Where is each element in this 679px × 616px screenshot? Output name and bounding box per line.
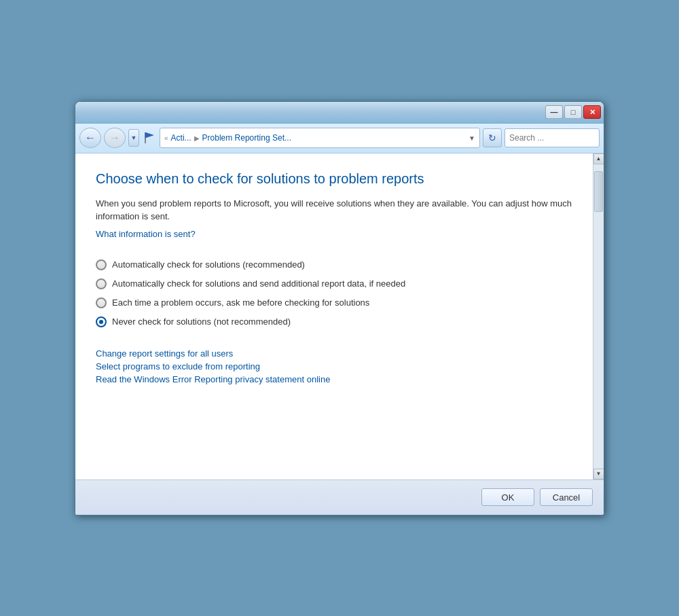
- main-window: — □ ✕ ← → ▼ « Acti... ▶ Problem Reportin…: [75, 101, 604, 515]
- change-report-settings-link[interactable]: Change report settings for all users: [96, 348, 572, 359]
- main-panel: Choose when to check for solutions to pr…: [75, 153, 593, 479]
- breadcrumb-open-sep: «: [164, 134, 168, 142]
- close-button[interactable]: ✕: [583, 105, 601, 119]
- scrollbar-up-arrow[interactable]: ▲: [593, 153, 604, 164]
- radio-button-never[interactable]: [96, 316, 107, 327]
- nav-dropdown-button[interactable]: ▼: [128, 129, 139, 147]
- title-bar: — □ ✕: [75, 102, 604, 124]
- breadcrumb: « Acti... ▶ Problem Reporting Set... ▼: [160, 128, 480, 148]
- svg-marker-1: [145, 132, 153, 138]
- page-title: Choose when to check for solutions to pr…: [96, 170, 572, 187]
- radio-label-never: Never check for solutions (not recommend…: [112, 316, 291, 328]
- radio-button-ask[interactable]: [96, 297, 107, 308]
- description-text: When you send problem reports to Microso…: [96, 197, 572, 223]
- minimize-button[interactable]: —: [545, 105, 563, 119]
- nav-bar: ← → ▼ « Acti... ▶ Problem Reporting Set.…: [75, 124, 604, 153]
- scrollbar-down-arrow[interactable]: ▼: [593, 469, 604, 479]
- radio-label-ask: Each time a problem occurs, ask me befor…: [112, 297, 369, 309]
- cancel-button[interactable]: Cancel: [540, 488, 593, 506]
- back-button[interactable]: ←: [79, 128, 101, 148]
- forward-button[interactable]: →: [104, 128, 126, 148]
- privacy-statement-link[interactable]: Read the Windows Error Reporting privacy…: [96, 374, 572, 384]
- search-input[interactable]: [509, 133, 604, 143]
- scrollbar-thumb[interactable]: [594, 171, 603, 212]
- flag-icon: [142, 130, 157, 145]
- breadcrumb-part2[interactable]: Problem Reporting Set...: [202, 133, 291, 143]
- radio-group: Automatically check for solutions (recom…: [96, 259, 572, 329]
- links-section: Change report settings for all users Sel…: [96, 348, 572, 384]
- breadcrumb-arrow: ▶: [194, 134, 200, 142]
- radio-item-auto[interactable]: Automatically check for solutions (recom…: [96, 259, 572, 271]
- radio-item-never[interactable]: Never check for solutions (not recommend…: [96, 316, 572, 328]
- radio-label-auto-send: Automatically check for solutions and se…: [112, 278, 405, 290]
- radio-button-auto-send[interactable]: [96, 278, 107, 289]
- breadcrumb-part1[interactable]: Acti...: [171, 133, 191, 143]
- ok-button[interactable]: OK: [481, 488, 534, 506]
- radio-item-auto-send[interactable]: Automatically check for solutions and se…: [96, 278, 572, 290]
- radio-item-ask[interactable]: Each time a problem occurs, ask me befor…: [96, 297, 572, 309]
- breadcrumb-dropdown-arrow[interactable]: ▼: [469, 134, 475, 142]
- radio-dot-never: [99, 320, 103, 324]
- refresh-button[interactable]: ↻: [483, 128, 502, 147]
- content-area: Choose when to check for solutions to pr…: [75, 153, 604, 479]
- scrollbar-track[interactable]: [593, 164, 604, 469]
- radio-button-auto[interactable]: [96, 259, 107, 270]
- info-link[interactable]: What information is sent?: [96, 229, 196, 239]
- radio-label-auto: Automatically check for solutions (recom…: [112, 259, 305, 271]
- bottom-bar: OK Cancel: [75, 479, 604, 515]
- title-bar-controls: — □ ✕: [545, 105, 601, 119]
- select-programs-link[interactable]: Select programs to exclude from reportin…: [96, 361, 572, 372]
- scrollbar: ▲ ▼: [593, 153, 604, 479]
- maximize-button[interactable]: □: [564, 105, 582, 119]
- search-bar: 🔍: [504, 128, 600, 147]
